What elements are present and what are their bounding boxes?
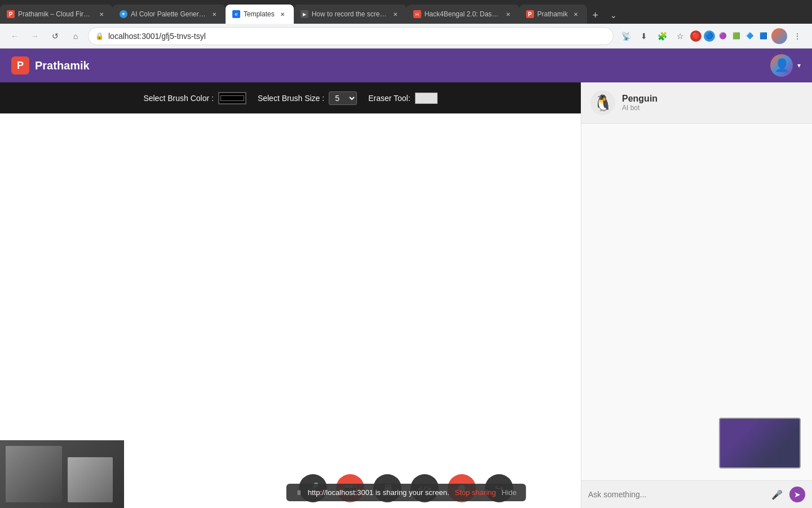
more-menu-button[interactable]: ⋮: [789, 28, 805, 44]
screen-preview-thumbnail: [719, 418, 801, 468]
brush-color-picker[interactable]: [218, 92, 246, 104]
penguin-icon: 🐧: [593, 94, 613, 112]
app-logo-letter: P: [17, 60, 24, 72]
brush-size-control: Select Brush Size : 1 2 3 4 5 6 8 10: [258, 91, 357, 105]
tab-prathamik[interactable]: P Prathamik ✕: [519, 5, 587, 24]
app-logo: P Prathamik: [11, 56, 90, 75]
drawing-area-wrapper: Select Brush Color : Select Brush Size :…: [0, 82, 581, 508]
ai-bot-name: Penguin: [622, 94, 657, 104]
tab-title-2: AI Color Palette Generator: [131, 10, 206, 18]
cast-icon[interactable]: 📡: [618, 28, 634, 44]
tab-favicon-3: e: [232, 10, 240, 18]
ai-bot-role: AI bot: [622, 104, 657, 112]
hide-button[interactable]: Hide: [502, 488, 517, 497]
app-logo-icon: P: [11, 56, 29, 75]
pause-icon: ⏸: [295, 489, 302, 497]
lock-icon: 🔒: [95, 32, 104, 40]
tab-close-4[interactable]: ✕: [391, 10, 400, 19]
tab-title-1: Prathamik – Cloud Firestor...: [18, 10, 94, 18]
sharing-message: http://localhost:3001 is sharing your sc…: [308, 488, 449, 497]
tab-favicon-2: ✦: [120, 10, 127, 18]
profile-avatar-toolbar[interactable]: [771, 28, 787, 44]
address-text: localhost:3001/gfj5-tnvs-tsyl: [108, 32, 606, 41]
tab-favicon-6: P: [526, 10, 534, 18]
tab-title-3: Templates: [244, 10, 275, 18]
tab-title-6: Prathamik: [537, 10, 568, 18]
main-content: Select Brush Color : Select Brush Size :…: [0, 82, 812, 508]
stop-sharing-button[interactable]: Stop sharing: [455, 488, 496, 497]
tab-hack4bengal[interactable]: H Hack4Bengal 2.0: Dashbo... ✕: [407, 5, 519, 24]
brush-color-label: Select Brush Color :: [143, 94, 214, 103]
app-header: P Prathamik 👤 ▾: [0, 49, 812, 82]
tab-ai-color[interactable]: ✦ AI Color Palette Generator ✕: [113, 5, 226, 24]
back-button[interactable]: ←: [7, 28, 23, 44]
ai-send-button[interactable]: ➤: [789, 487, 805, 502]
drawing-toolbar: Select Brush Color : Select Brush Size :…: [0, 82, 581, 113]
tab-favicon-5: H: [413, 10, 421, 18]
new-tab-button[interactable]: +: [587, 7, 604, 24]
ai-sidebar: 🐧 Penguin AI bot 🎤 ➤: [581, 82, 812, 508]
tab-bar: P Prathamik – Cloud Firestor... ✕ ✦ AI C…: [0, 0, 812, 24]
download-icon[interactable]: ⬇: [636, 28, 652, 44]
eraser-label: Eraser Tool:: [368, 94, 410, 103]
brush-size-select[interactable]: 1 2 3 4 5 6 8 10: [329, 91, 357, 105]
ai-chat-input-area: 🎤 ➤: [581, 480, 812, 508]
ai-mic-button[interactable]: 🎤: [769, 487, 785, 502]
ai-chat-input[interactable]: [588, 490, 765, 499]
video-overlay: [0, 440, 124, 508]
forward-button[interactable]: →: [27, 28, 43, 44]
tab-close-1[interactable]: ✕: [97, 10, 106, 19]
tab-list-button[interactable]: ⌄: [605, 7, 622, 24]
toolbar-right-buttons: 📡 ⬇ 🧩 ☆ 🔴 🔵 🟣 🟩 🔷 🟦 ⋮: [618, 28, 805, 44]
ext-icon-2[interactable]: 🔵: [704, 30, 715, 42]
ai-bot-avatar: 🐧: [590, 90, 615, 115]
ext-icon-1[interactable]: 🔴: [690, 30, 701, 42]
bookmark-icon[interactable]: ☆: [672, 28, 688, 44]
ai-bot-header: 🐧 Penguin AI bot: [581, 82, 812, 124]
eraser-control: Eraser Tool:: [368, 93, 437, 104]
ai-bot-info: Penguin AI bot: [622, 94, 657, 112]
app-profile-avatar[interactable]: 👤: [770, 54, 793, 77]
tab-title-5: Hack4Bengal 2.0: Dashbo...: [425, 10, 500, 18]
ext-icon-6[interactable]: 🟦: [758, 30, 769, 42]
browser-toolbar: ← → ↺ ⌂ 🔒 localhost:3001/gfj5-tnvs-tsyl …: [0, 24, 812, 49]
brush-color-control: Select Brush Color :: [143, 92, 246, 104]
tab-title-4: How to record the screen o...: [312, 10, 387, 18]
brush-size-label: Select Brush Size :: [258, 94, 324, 103]
video-person1: [6, 446, 62, 502]
ext-icon-4[interactable]: 🟩: [731, 30, 742, 42]
tab-prathamik-firestore[interactable]: P Prathamik – Cloud Firestor... ✕: [0, 5, 113, 24]
tab-favicon-1: P: [7, 10, 15, 18]
extensions-icon[interactable]: 🧩: [654, 28, 670, 44]
browser-chrome: P Prathamik – Cloud Firestor... ✕ ✦ AI C…: [0, 0, 812, 49]
tab-close-2[interactable]: ✕: [210, 10, 219, 19]
video-person2: [68, 457, 113, 502]
tab-close-6[interactable]: ✕: [571, 10, 580, 19]
sharing-notification-bar: ⏸ http://localhost:3001 is sharing your …: [286, 484, 526, 501]
eraser-tool[interactable]: [415, 93, 438, 104]
profile-icon: [771, 28, 787, 44]
profile-chevron-icon[interactable]: ▾: [797, 62, 801, 69]
tab-screen-record[interactable]: ▶ How to record the screen o... ✕: [294, 5, 407, 24]
tab-templates[interactable]: e Templates ✕: [226, 5, 294, 24]
tab-close-5[interactable]: ✕: [504, 10, 513, 19]
ext-icon-5[interactable]: 🔷: [744, 30, 756, 42]
reload-button[interactable]: ↺: [47, 28, 63, 44]
tab-favicon-4: ▶: [301, 10, 308, 18]
app-logo-text: Prathamik: [35, 59, 90, 72]
ext-icon-3[interactable]: 🟣: [717, 30, 729, 42]
video-inner: [0, 441, 124, 508]
tab-close-3[interactable]: ✕: [278, 10, 287, 19]
app-header-right: 👤 ▾: [770, 54, 801, 77]
home-button[interactable]: ⌂: [68, 28, 83, 44]
address-bar[interactable]: 🔒 localhost:3001/gfj5-tnvs-tsyl: [88, 27, 614, 45]
screen-preview-inner: [720, 419, 800, 467]
